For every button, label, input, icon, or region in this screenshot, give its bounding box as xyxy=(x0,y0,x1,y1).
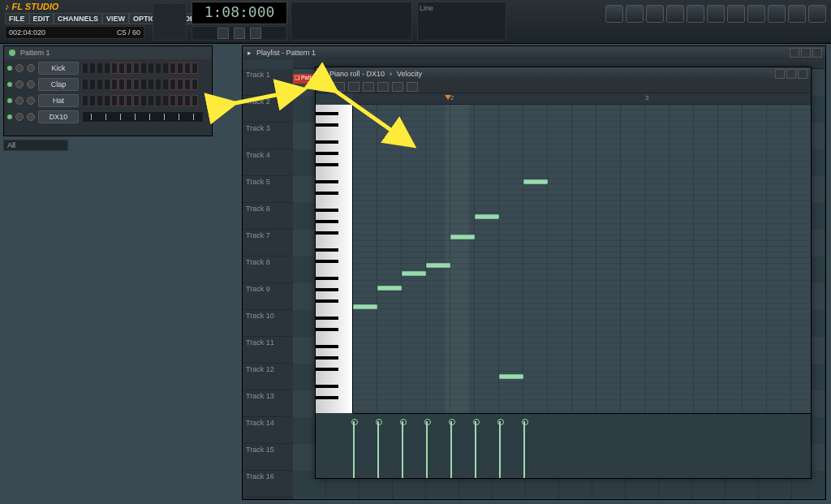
step-cell[interactable] xyxy=(133,62,140,74)
step-cell[interactable] xyxy=(133,95,140,106)
channel-name-button[interactable]: Clap xyxy=(38,78,79,91)
playlist-track-header[interactable]: Track 5 xyxy=(243,176,293,203)
channel-row[interactable]: DX10 xyxy=(7,110,209,124)
shortcut-playlist[interactable] xyxy=(605,5,623,23)
tool-zoom-icon[interactable] xyxy=(392,82,403,92)
channel-name-button[interactable]: DX10 xyxy=(38,110,79,123)
step-cell[interactable] xyxy=(133,79,140,90)
piano-roll-ruler[interactable]: 2 3 xyxy=(353,93,811,105)
step-cell[interactable] xyxy=(126,62,132,74)
tool-cut-icon[interactable] xyxy=(363,82,374,92)
step-cell[interactable] xyxy=(89,95,96,106)
playlist-track-header[interactable]: Track 4 xyxy=(243,149,293,176)
channel-led-icon[interactable] xyxy=(7,66,12,71)
step-cell[interactable] xyxy=(111,79,118,90)
step-sequencer[interactable] xyxy=(82,95,198,106)
black-key[interactable] xyxy=(316,356,338,360)
black-key[interactable] xyxy=(316,209,338,212)
channel-pan-knob[interactable] xyxy=(15,80,24,88)
channel-row[interactable]: Hat xyxy=(7,93,209,108)
midi-note[interactable] xyxy=(499,374,523,379)
channel-name-button[interactable]: Hat xyxy=(38,94,79,107)
channel-led-icon[interactable] xyxy=(7,82,12,87)
velocity-bar[interactable] xyxy=(450,421,452,478)
step-cell[interactable] xyxy=(148,95,154,106)
step-cell[interactable] xyxy=(184,95,191,106)
black-key[interactable] xyxy=(316,231,338,235)
step-cell[interactable] xyxy=(140,79,147,90)
shortcut-11[interactable] xyxy=(808,5,826,23)
mini-piano-preview[interactable] xyxy=(82,111,204,123)
step-cell[interactable] xyxy=(162,62,169,74)
step-cell[interactable] xyxy=(89,79,96,90)
playhead-marker-icon[interactable] xyxy=(445,95,451,100)
menu-edit[interactable]: EDIT xyxy=(29,13,54,24)
playlist-min-icon[interactable] xyxy=(790,48,799,58)
step-cell[interactable] xyxy=(162,79,169,90)
step-cell[interactable] xyxy=(97,62,103,74)
piano-roll-grid[interactable] xyxy=(353,105,811,413)
playlist-track-header[interactable]: Track 8 xyxy=(243,256,293,283)
shortcut-pianoroll[interactable] xyxy=(646,5,664,23)
channel-pan-knob[interactable] xyxy=(15,64,24,72)
step-cell[interactable] xyxy=(126,95,132,106)
step-cell[interactable] xyxy=(82,62,88,74)
channel-vol-knob[interactable] xyxy=(27,64,35,72)
step-cell[interactable] xyxy=(111,95,118,106)
shortcut-mixer[interactable] xyxy=(687,5,704,23)
master-volume[interactable] xyxy=(153,3,187,41)
step-cell[interactable] xyxy=(184,62,191,74)
step-cell[interactable] xyxy=(118,62,125,74)
midi-note[interactable] xyxy=(426,263,450,268)
snap-panel[interactable]: Line xyxy=(417,2,506,41)
step-cell[interactable] xyxy=(82,79,88,90)
black-key[interactable] xyxy=(316,299,338,303)
black-key[interactable] xyxy=(316,277,338,280)
midi-note[interactable] xyxy=(353,304,377,309)
step-cell[interactable] xyxy=(104,79,110,90)
black-key[interactable] xyxy=(316,288,338,291)
black-key[interactable] xyxy=(316,123,338,127)
playlist-track-header[interactable]: Track 10 xyxy=(243,310,293,337)
step-cell[interactable] xyxy=(177,79,183,90)
black-key[interactable] xyxy=(316,368,338,371)
step-sequencer[interactable] xyxy=(82,79,198,90)
playlist-track-header[interactable]: Track 6 xyxy=(243,203,293,230)
step-cell[interactable] xyxy=(162,95,169,106)
step-cell[interactable] xyxy=(140,62,147,74)
step-cell[interactable] xyxy=(118,95,125,106)
velocity-lane[interactable] xyxy=(353,413,811,478)
menu-view[interactable]: VIEW xyxy=(102,13,129,24)
playlist-track-header[interactable]: Track 2 xyxy=(243,96,293,123)
playlist-track-header[interactable]: Track 7 xyxy=(243,230,293,256)
velocity-bar[interactable] xyxy=(475,421,476,478)
black-key[interactable] xyxy=(316,248,338,252)
playlist-track-header[interactable]: Track 1 xyxy=(243,69,293,96)
shortcut-10[interactable] xyxy=(788,5,806,23)
channel-vol-knob[interactable] xyxy=(27,113,35,121)
velocity-bar[interactable] xyxy=(523,421,525,478)
channel-pan-knob[interactable] xyxy=(15,97,24,105)
playlist-track-header[interactable]: Track 3 xyxy=(243,123,293,149)
step-cell[interactable] xyxy=(170,95,176,106)
step-cell[interactable] xyxy=(82,95,88,106)
midi-note[interactable] xyxy=(475,214,499,219)
shortcut-6[interactable] xyxy=(707,5,725,23)
pianoroll-max-icon[interactable] xyxy=(786,69,796,79)
channel-vol-knob[interactable] xyxy=(27,97,35,105)
channel-led-icon[interactable] xyxy=(7,114,12,119)
step-cell[interactable] xyxy=(97,95,103,106)
step-cell[interactable] xyxy=(177,62,183,74)
playlist-track-header[interactable]: Track 13 xyxy=(243,390,293,417)
black-key[interactable] xyxy=(316,317,338,320)
channel-rack-window[interactable]: Pattern 1 Kick Clap Hat DX10 xyxy=(3,45,213,136)
stop-button[interactable] xyxy=(234,28,245,39)
step-cell[interactable] xyxy=(155,62,161,74)
step-cell[interactable] xyxy=(155,79,161,90)
tool-erase-icon[interactable] xyxy=(348,82,360,92)
velocity-bar[interactable] xyxy=(377,421,379,478)
channel-vol-knob[interactable] xyxy=(27,80,35,88)
black-key[interactable] xyxy=(316,328,338,331)
tempo-panel[interactable] xyxy=(291,2,412,41)
playlist-track-header[interactable]: Track 16 xyxy=(243,471,293,498)
